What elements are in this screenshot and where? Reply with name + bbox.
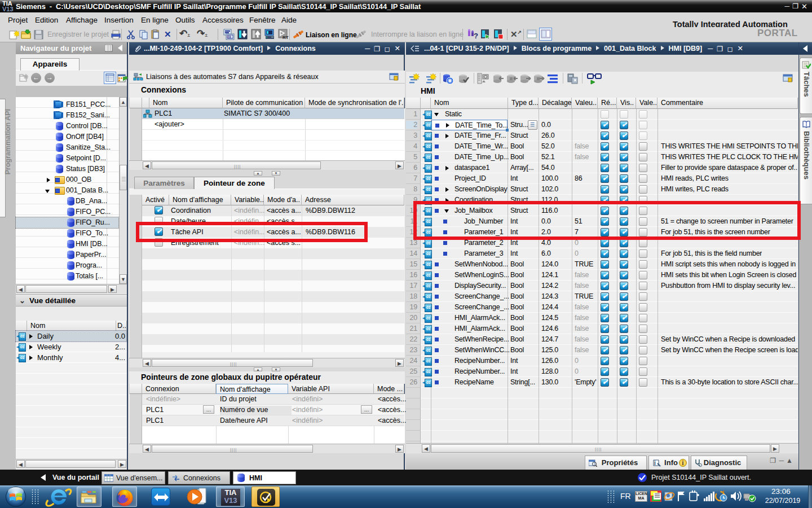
svg-text:RT: RT	[283, 35, 289, 40]
svg-text:?: ?	[474, 32, 478, 40]
svg-text:i: i	[654, 460, 656, 466]
svg-text:0I: 0I	[228, 35, 231, 39]
